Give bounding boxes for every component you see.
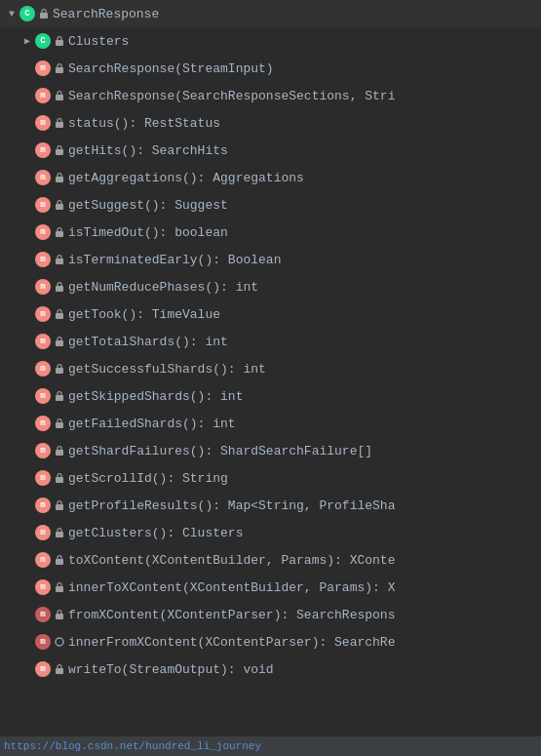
lock-icon: [53, 171, 66, 184]
svg-rect-6: [56, 177, 63, 182]
tree-item-getSuggest[interactable]: mgetSuggest(): Suggest: [0, 191, 541, 219]
expand-arrow[interactable]: [4, 6, 19, 21]
bottom-bar-url[interactable]: https://blog.csdn.net/hundred_li_journey: [4, 740, 261, 752]
tree-item-status[interactable]: mstatus(): RestStatus: [0, 109, 541, 137]
method-icon: m: [35, 306, 51, 322]
method-icon: m: [35, 497, 51, 513]
item-text: getAggregations(): Aggregations: [68, 171, 304, 185]
svg-rect-13: [56, 368, 63, 374]
method-icon: m: [35, 224, 51, 240]
method-icon: m: [35, 525, 51, 540]
method-icon: m: [35, 661, 51, 677]
item-text: getShardFailures(): ShardSearchFailure[]: [68, 444, 372, 458]
tree-item-getTotalShards[interactable]: mgetTotalShards(): int: [0, 328, 541, 355]
lock-icon: [53, 143, 66, 157]
tree-item-constructor-stream[interactable]: mSearchResponse(StreamInput): [0, 55, 541, 82]
method-icon: m: [35, 115, 51, 131]
item-text: getSkippedShards(): int: [68, 389, 243, 404]
item-text: getNumReducePhases(): int: [68, 280, 258, 295]
method-icon: m: [35, 60, 51, 76]
lock-icon: [53, 580, 66, 594]
svg-rect-18: [56, 504, 63, 510]
tree-item-getAggregations[interactable]: mgetAggregations(): Aggregations: [0, 164, 541, 191]
lock-icon: [53, 362, 66, 376]
tree-item-isTerminatedEarly[interactable]: misTerminatedEarly(): Boolean: [0, 246, 541, 273]
item-text: getProfileResults(): Map<String, Profile…: [68, 498, 395, 513]
lock-icon: [53, 34, 66, 48]
item-text: SearchResponse(StreamInput): [68, 61, 274, 76]
item-text: status(): RestStatus: [68, 116, 220, 131]
tree-item-constructor-sections[interactable]: mSearchResponse(SearchResponseSections, …: [0, 82, 541, 109]
lock-icon: [53, 89, 66, 102]
tree-item-getShardFailures[interactable]: mgetShardFailures(): ShardSearchFailure[…: [0, 437, 541, 464]
tree-item-getScrollId[interactable]: mgetScrollId(): String: [0, 464, 541, 492]
method-icon-dark: m: [35, 634, 51, 650]
lock-icon: [53, 335, 66, 348]
lock-icon: [53, 225, 66, 239]
svg-rect-8: [56, 231, 63, 237]
lock-icon: [53, 471, 66, 485]
method-icon: m: [35, 416, 51, 431]
svg-rect-19: [56, 532, 63, 537]
method-icon: m: [35, 470, 51, 486]
tree-item-innerToXContent[interactable]: minnerToXContent(XContentBuilder, Params…: [0, 574, 541, 601]
circle-icon: [53, 635, 66, 649]
item-text: getTotalShards(): int: [68, 335, 228, 349]
tree-item-getClusters[interactable]: mgetClusters(): Clusters: [0, 519, 541, 546]
svg-rect-10: [56, 286, 63, 292]
svg-rect-15: [56, 422, 63, 428]
tree-item-getSuccessfulShards[interactable]: mgetSuccessfulShards(): int: [0, 355, 541, 382]
method-icon: m: [35, 361, 51, 377]
tree-item-getHits[interactable]: mgetHits(): SearchHits: [0, 137, 541, 164]
item-text: getTook(): TimeValue: [68, 307, 220, 322]
method-icon-dark: m: [35, 607, 51, 622]
tree-item-clusters[interactable]: CClusters: [0, 27, 541, 55]
tree-container[interactable]: CSearchResponseCClustersmSearchResponse(…: [0, 0, 541, 756]
class-icon: C: [35, 33, 51, 49]
tree-item-getSkippedShards[interactable]: mgetSkippedShards(): int: [0, 382, 541, 410]
svg-rect-21: [56, 586, 63, 592]
svg-rect-17: [56, 477, 63, 483]
item-text: innerFromXContent(XContentParser): Searc…: [68, 635, 395, 650]
lock-icon: [53, 116, 66, 130]
lock-icon: [53, 444, 66, 458]
tree-item-fromXContent[interactable]: mfromXContent(XContentParser): SearchRes…: [0, 601, 541, 628]
lock-icon: [53, 662, 66, 676]
bottom-bar: https://blog.csdn.net/hundred_li_journey: [0, 736, 541, 756]
svg-rect-5: [56, 149, 63, 155]
method-icon: m: [35, 88, 51, 103]
item-text: isTimedOut(): boolean: [68, 225, 228, 240]
lock-icon: [53, 417, 66, 430]
tree-item-innerFromXContent[interactable]: minnerFromXContent(XContentParser): Sear…: [0, 628, 541, 656]
tree-item-search-response-root[interactable]: CSearchResponse: [0, 0, 541, 27]
method-icon: m: [35, 170, 51, 185]
lock-icon: [53, 198, 66, 212]
svg-rect-1: [56, 40, 63, 46]
item-text: isTerminatedEarly(): Boolean: [68, 253, 281, 267]
item-text: getSuccessfulShards(): int: [68, 362, 266, 377]
tree-item-writeTo[interactable]: mwriteTo(StreamOutput): void: [0, 656, 541, 683]
method-icon: m: [35, 334, 51, 349]
item-text: toXContent(XContentBuilder, Params): XCo…: [68, 553, 395, 568]
tree-item-getTook[interactable]: mgetTook(): TimeValue: [0, 300, 541, 328]
tree-item-getFailedShards[interactable]: mgetFailedShards(): int: [0, 410, 541, 437]
tree-item-toXContent[interactable]: mtoXContent(XContentBuilder, Params): XC…: [0, 546, 541, 574]
svg-rect-22: [56, 614, 63, 619]
content-wrapper: CSearchResponseCClustersmSearchResponse(…: [0, 0, 541, 702]
svg-rect-4: [56, 122, 63, 128]
method-icon: m: [35, 279, 51, 295]
expand-arrow[interactable]: [19, 33, 35, 49]
method-icon: m: [35, 142, 51, 158]
item-text: innerToXContent(XContentBuilder, Params)…: [68, 580, 395, 595]
tree-item-isTimedOut[interactable]: misTimedOut(): boolean: [0, 219, 541, 246]
item-text: fromXContent(XContentParser): SearchResp…: [68, 608, 395, 622]
svg-rect-3: [56, 95, 63, 100]
method-icon: m: [35, 443, 51, 458]
tree-item-getNumReducePhases[interactable]: mgetNumReducePhases(): int: [0, 273, 541, 300]
item-text: getClusters(): Clusters: [68, 526, 243, 540]
lock-icon: [53, 307, 66, 321]
method-icon: m: [35, 388, 51, 404]
item-text: SearchResponse(SearchResponseSections, S…: [68, 89, 395, 103]
tree-item-getProfileResults[interactable]: mgetProfileResults(): Map<String, Profil…: [0, 492, 541, 519]
item-text: getScrollId(): String: [68, 471, 228, 486]
